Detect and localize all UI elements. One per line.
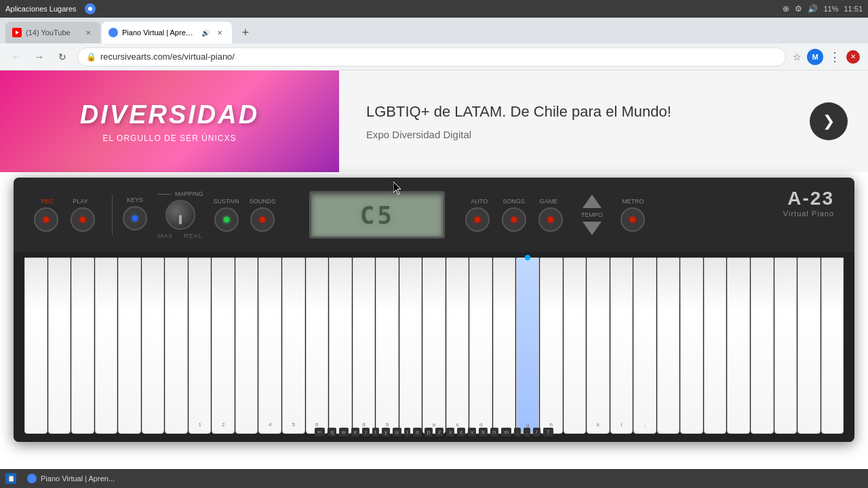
sounds-button[interactable] [250, 207, 275, 232]
diversidad-text: DIVERSIDAD [80, 100, 259, 129]
key-g5[interactable]: l [610, 258, 633, 434]
svg-marker-2 [16, 30, 19, 35]
key-e6[interactable] [727, 258, 750, 434]
play-button[interactable] [71, 207, 95, 232]
white-keys: 1 2 4 5 6 8 9 a [24, 258, 844, 434]
rec-play-group: REC PLAY [34, 198, 95, 232]
white-keys-row: 1 2 4 5 6 8 9 a [24, 258, 844, 434]
taskbar-piano-icon [27, 474, 37, 483]
key-f6[interactable] [751, 258, 774, 434]
key-a3[interactable]: 6 [306, 258, 329, 434]
key-e4[interactable] [399, 258, 422, 434]
key-a5[interactable]: ; [633, 258, 656, 434]
knob-dot [179, 215, 182, 224]
key-a6[interactable] [797, 258, 821, 434]
tempo-down-arrow[interactable] [583, 222, 601, 235]
key-f3[interactable]: 4 [258, 258, 281, 434]
key-e3[interactable] [235, 258, 258, 434]
keys-group: KEYS [123, 197, 147, 233]
key-g2[interactable] [118, 258, 141, 434]
key-g3[interactable]: 5 [282, 258, 305, 434]
key-a2[interactable] [142, 258, 165, 434]
banner-sub-text: Expo Diversidad Digital [366, 129, 762, 140]
tab-youtube-close[interactable]: ✕ [83, 27, 94, 38]
svg-point-1 [88, 7, 92, 11]
keyboard-area: 1 2 4 5 6 8 9 a [14, 252, 854, 442]
auto-songs-game-group: AUTO SONGS GAME [465, 198, 563, 232]
key-f4[interactable]: a [422, 258, 446, 434]
key-c4[interactable]: 8 [353, 258, 376, 434]
key-f2[interactable] [95, 258, 118, 434]
rec-button[interactable] [34, 207, 58, 232]
forward-button[interactable]: → [31, 49, 47, 65]
banner-main-text: LGBTIQ+ de LATAM. De Chile para el Mundo… [366, 103, 762, 121]
sounds-led [260, 217, 265, 222]
tempo-diamond[interactable]: TEMPO [573, 195, 610, 235]
tempo-group: TEMPO [573, 195, 610, 235]
tab-piano-close[interactable]: ✕ [214, 27, 225, 38]
key-e2[interactable] [71, 258, 94, 434]
key-b2[interactable] [165, 258, 188, 434]
youtube-icon [14, 29, 20, 36]
back-button[interactable]: ← [8, 49, 24, 65]
new-tab-button[interactable]: + [236, 23, 255, 42]
address-input[interactable]: 🔒 recursivearts.com/es/virtual-piano/ [77, 47, 786, 66]
key-e5[interactable] [564, 258, 587, 434]
tempo-up-arrow[interactable] [583, 195, 601, 208]
taskbar-icon1[interactable]: 📋 [5, 473, 16, 484]
key-d5[interactable]: h [540, 258, 563, 434]
metro-button[interactable] [620, 207, 645, 232]
chrome-window: (14) YouTube ✕ Piano Virtual | Aprende a… [0, 18, 868, 488]
songs-button[interactable] [502, 207, 526, 232]
key-b6[interactable] [821, 258, 844, 434]
key-g6[interactable] [774, 258, 797, 434]
key-c5[interactable]: g [516, 258, 539, 434]
profile-avatar[interactable]: M [807, 49, 823, 65]
os-apps-menu[interactable]: Aplicaciones Lugares [5, 5, 77, 13]
banner-next-button[interactable]: ❯ [810, 102, 848, 140]
close-notification[interactable]: ✕ [846, 50, 860, 64]
piano-wrapper: A-23 Virtual Piano REC PLAY [0, 178, 868, 442]
key-c2[interactable] [24, 258, 47, 434]
key-c6[interactable] [680, 258, 703, 434]
sustain-button[interactable] [214, 207, 239, 232]
reload-button[interactable]: ↻ [54, 49, 71, 65]
sep1 [112, 195, 113, 235]
songs-led [511, 217, 517, 222]
controls-area: A-23 Virtual Piano REC PLAY [14, 178, 854, 252]
tab-piano[interactable]: Piano Virtual | Aprende a 🔊 ✕ [102, 22, 232, 43]
bookmark-icon[interactable]: ☆ [793, 52, 802, 62]
banner-image: DIVERSIDAD EL ORGULLO DE SER ÚNICXS [0, 70, 339, 172]
page-content: DIVERSIDAD EL ORGULLO DE SER ÚNICXS LGBT… [0, 70, 868, 488]
chrome-menu-icon[interactable]: ⋮ [829, 49, 841, 64]
metro-group: METRO [620, 198, 645, 232]
piano-favicon [108, 28, 118, 37]
key-b5[interactable] [657, 258, 680, 434]
shortcut-semi: ; [644, 422, 646, 428]
shortcut-a: a [433, 422, 435, 428]
auto-button[interactable] [465, 207, 490, 232]
key-d3[interactable]: 2 [212, 258, 235, 434]
key-b4[interactable] [493, 258, 516, 434]
key-a4[interactable]: d [469, 258, 492, 434]
audio-icon[interactable]: 🔊 [201, 28, 210, 37]
key-b3[interactable] [329, 258, 352, 434]
tab-youtube-label: (14) YouTube [26, 28, 71, 37]
tab-youtube[interactable]: (14) YouTube ✕ [5, 22, 100, 43]
key-d4[interactable]: 9 [376, 258, 399, 434]
shortcut-s: s [456, 422, 459, 428]
key-g4[interactable]: s [446, 258, 469, 434]
keys-button[interactable] [123, 206, 147, 230]
network-icon: ⊕ [783, 4, 789, 14]
game-button[interactable] [538, 207, 563, 232]
lock-icon: 🔒 [86, 52, 96, 62]
key-d2[interactable] [48, 258, 71, 434]
banner: DIVERSIDAD EL ORGULLO DE SER ÚNICXS LGBT… [0, 70, 868, 172]
shortcut-h: h [550, 422, 553, 428]
key-f5[interactable]: k [587, 258, 610, 434]
taskbar-piano[interactable]: Piano Virtual | Apren... [22, 471, 120, 486]
key-d6[interactable] [704, 258, 727, 434]
key-c3[interactable]: 1 [189, 258, 212, 434]
mapping-knob[interactable] [165, 200, 195, 230]
keys-layout: 1 2 4 5 6 8 9 a [24, 258, 844, 434]
